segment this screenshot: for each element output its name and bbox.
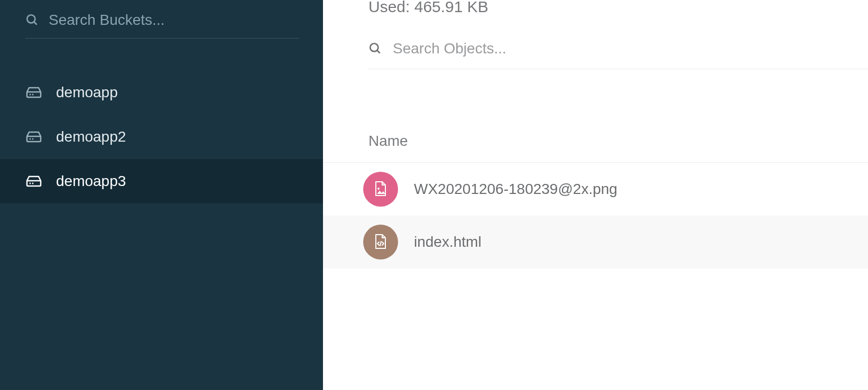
bucket-item-demoapp[interactable]: demoapp — [0, 70, 323, 115]
sidebar: demoappdemoapp2demoapp3 — [0, 0, 323, 390]
code-file-icon — [363, 225, 398, 259]
bucket-item-demoapp2[interactable]: demoapp2 — [0, 115, 323, 159]
hdd-icon — [25, 86, 43, 99]
column-header-name: Name — [323, 133, 868, 163]
object-search[interactable] — [368, 40, 868, 69]
svg-point-2 — [370, 43, 378, 51]
object-name: index.html — [414, 234, 482, 250]
hdd-icon — [25, 174, 43, 188]
storage-used-label: Used: 465.91 KB — [323, 0, 868, 16]
hdd-icon — [25, 130, 43, 144]
object-row[interactable]: WX20201206-180239@2x.png — [323, 163, 868, 216]
bucket-item-demoapp3[interactable]: demoapp3 — [0, 159, 323, 203]
image-file-icon — [363, 172, 398, 207]
bucket-search[interactable] — [25, 7, 299, 39]
search-icon — [368, 42, 382, 55]
object-row[interactable]: index.html — [323, 216, 868, 268]
object-name: WX20201206-180239@2x.png — [414, 181, 617, 198]
object-list: WX20201206-180239@2x.pngindex.html — [323, 163, 868, 268]
svg-line-1 — [34, 22, 36, 24]
search-icon — [25, 13, 39, 27]
main-panel: Used: 465.91 KB Name WX20201206-180239@2… — [323, 0, 868, 390]
bucket-label: demoapp — [56, 84, 118, 101]
bucket-label: demoapp3 — [56, 173, 126, 190]
bucket-label: demoapp2 — [56, 128, 126, 145]
object-search-input[interactable] — [393, 40, 868, 57]
bucket-list: demoappdemoapp2demoapp3 — [0, 70, 323, 203]
bucket-search-input[interactable] — [49, 12, 299, 29]
svg-point-0 — [27, 15, 35, 23]
svg-line-3 — [377, 50, 380, 53]
